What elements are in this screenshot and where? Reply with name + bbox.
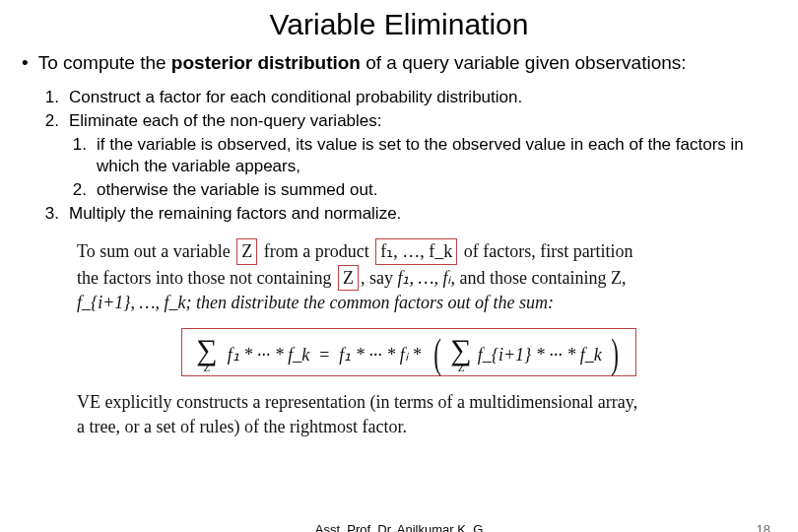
step-2-num: 2. (43, 110, 69, 132)
eq-paren-group: ( ∑ Z f_{i+1} * ··· * f_k ) (431, 335, 621, 373)
steps-list: 1. Construct a factor for each condition… (18, 87, 780, 226)
sigma-icon-2: ∑ (450, 335, 471, 365)
excerpt-line-3: f_{i+1}, …, f_k; then distribute the com… (77, 291, 741, 314)
intro-strong: posterior distribution (171, 52, 361, 73)
boxed-z-2: Z (338, 265, 359, 291)
ex-b3: f₁, …, fᵢ, (397, 268, 455, 288)
substep-2-num: 2. (71, 179, 97, 201)
bullet-dot: • (22, 51, 29, 75)
page-title: Variable Elimination (18, 8, 780, 41)
sigma-sub-2: Z (458, 363, 465, 373)
excerpt-line-5: a tree, or a set of rules) of the rightm… (77, 415, 741, 438)
ex-a2: from a product (259, 241, 373, 261)
step-1: 1. Construct a factor for each condition… (43, 87, 780, 108)
ex-b4: and those containing Z, (455, 268, 626, 288)
ex-c1: f_{i+1}, …, f_k; then distribute the com… (77, 293, 554, 312)
ex-a1: To sum out a variable (77, 241, 234, 261)
ex-b2: , say (361, 268, 398, 288)
footer-author: Asst. Prof. Dr. Anilkumar K. G (315, 522, 484, 532)
substep-2-text: otherwise the variable is summed out. (97, 179, 377, 201)
right-paren-icon: ) (611, 338, 619, 371)
excerpt-line-4: VE explicitly constructs a representatio… (77, 390, 741, 414)
step-1-num: 1. (43, 87, 69, 108)
ex-a3: of factors, first partition (459, 241, 632, 261)
substep-2: 2. otherwise the variable is summed out. (71, 179, 780, 201)
ex-b1: the factors into those not containing (77, 268, 336, 288)
boxed-product: f₁, …, f_k (375, 238, 457, 264)
intro-post: of a query variable given observations: (361, 52, 687, 73)
equation-row: ∑ Z f₁ * ··· * f_k = f₁ * ··· * fᵢ * ( ∑… (77, 328, 741, 376)
substep-1-num: 1. (71, 134, 97, 177)
intro-text: To compute the posterior distribution of… (38, 51, 687, 75)
eq-mid: f₁ * ··· * fᵢ * (339, 343, 421, 366)
step-1-text: Construct a factor for each conditional … (69, 87, 522, 108)
excerpt-block: To sum out a variable Z from a product f… (77, 238, 741, 437)
sum-rhs: ∑ Z (450, 335, 471, 373)
equation-box: ∑ Z f₁ * ··· * f_k = f₁ * ··· * fᵢ * ( ∑… (181, 328, 636, 376)
eq-equals: = (319, 343, 329, 366)
sigma-icon: ∑ (196, 335, 217, 365)
eq-lhs: f₁ * ··· * f_k (228, 343, 310, 366)
intro-bullet: • To compute the posterior distribution … (18, 51, 780, 75)
substep-1: 1. if the variable is observed, its valu… (71, 134, 780, 177)
boxed-z-1: Z (236, 238, 257, 264)
substep-1-text: if the variable is observed, its value i… (97, 134, 780, 177)
step-3-num: 3. (43, 203, 69, 225)
step-3: 3. Multiply the remaining factors and no… (43, 203, 780, 225)
intro-pre: To compute the (38, 52, 171, 73)
eq-rhs: f_{i+1} * ··· * f_k (478, 343, 602, 366)
step-3-text: Multiply the remaining factors and norma… (69, 203, 401, 225)
substeps-list: 1. if the variable is observed, its valu… (43, 134, 780, 201)
excerpt-line-1: To sum out a variable Z from a product f… (77, 238, 741, 264)
slide: Variable Elimination • To compute the po… (0, 0, 798, 438)
excerpt-line-2: the factors into those not containing Z,… (77, 265, 741, 291)
left-paren-icon: ( (433, 338, 441, 371)
step-2: 2. Eliminate each of the non-query varia… (43, 110, 780, 132)
sigma-sub-1: Z (204, 363, 211, 373)
page-number: 18 (757, 522, 770, 532)
step-2-text: Eliminate each of the non-query variable… (69, 110, 382, 132)
sum-lhs: ∑ Z (196, 335, 217, 373)
